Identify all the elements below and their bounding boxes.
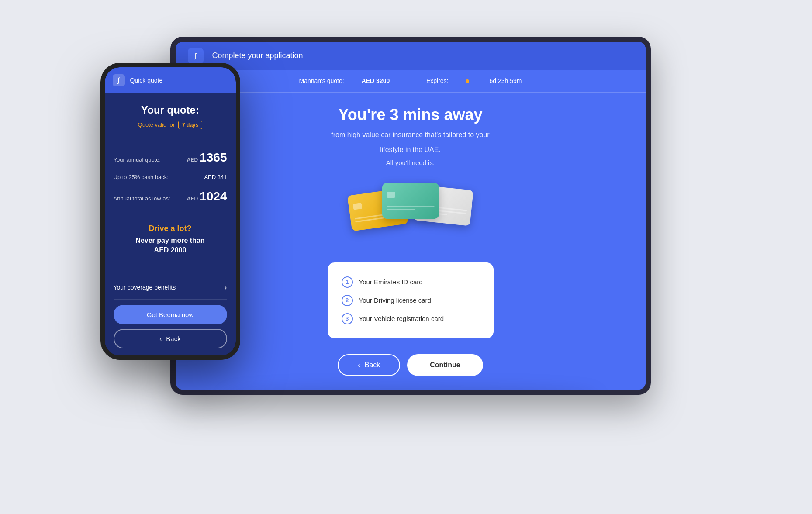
- chevron-right-icon: ›: [225, 283, 227, 292]
- phone-back-button-label: Back: [166, 335, 180, 342]
- tablet-header: ∫ Complete your application: [176, 42, 646, 70]
- coverage-label: Your coverage benefits: [114, 284, 176, 291]
- phone-actions: Get Beema now ‹ Back: [105, 300, 236, 355]
- phone-back-button[interactable]: ‹ Back: [114, 329, 227, 348]
- quote-value: AED 3200: [362, 77, 390, 84]
- req-number-3: 3: [342, 313, 353, 324]
- requirement-item-3: 3 Your Vehicle registration card: [342, 310, 480, 328]
- annual-total-value: AED1024: [187, 190, 227, 204]
- quote-valid-label: Quote valid for: [138, 121, 175, 128]
- phone-screen: ∫ Quick quote Your quote: Quote valid fo…: [105, 67, 236, 355]
- driving-license-card-icon: [382, 183, 439, 219]
- phone-promo: Drive a lot? Never pay more thanAED 2000: [105, 216, 236, 263]
- back-button[interactable]: ‹ Back: [338, 354, 400, 376]
- main-subtext-1: from high value car insurance that's tai…: [331, 129, 489, 141]
- continue-button[interactable]: Continue: [407, 354, 483, 376]
- phone-header-title: Quick quote: [130, 77, 163, 84]
- annual-total-label: Annual total as low as:: [114, 195, 170, 202]
- phone-logo: ∫: [113, 74, 125, 86]
- tablet-action-buttons: ‹ Back Continue: [338, 354, 483, 376]
- logo-icon: ∫: [194, 52, 196, 60]
- requirements-box: 1 Your Emirates ID card 2 Your Driving l…: [328, 262, 494, 338]
- tablet-main-content: You're 3 mins away from high value car i…: [176, 93, 646, 390]
- annual-total-row: Annual total as low as: AED1024: [114, 185, 227, 208]
- tablet-device: ∫ Complete your application Mannan's quo…: [170, 37, 651, 395]
- annual-quote-label: Your annual quote:: [114, 156, 161, 163]
- main-subtext-2: lifestyle in the UAE.: [380, 144, 441, 155]
- scene: ∫ Complete your application Mannan's quo…: [100, 28, 712, 486]
- tablet-screen: ∫ Complete your application Mannan's quo…: [176, 42, 646, 390]
- phone-pricing: Your annual quote: AED1365 Up to 25% cas…: [105, 138, 236, 216]
- cashback-label: Up to 25% cash back:: [114, 174, 169, 180]
- requirement-item-1: 1 Your Emirates ID card: [342, 273, 480, 291]
- expires-value: 6d 23h 59m: [489, 77, 522, 84]
- phone-quote-section: Your quote: Quote valid for 7 days: [105, 93, 236, 138]
- requirement-item-2: 2 Your Driving license card: [342, 291, 480, 310]
- expires-label: Expires:: [426, 77, 449, 84]
- quote-valid-row: Quote valid for 7 days: [114, 121, 227, 129]
- phone-header: ∫ Quick quote: [105, 67, 236, 93]
- tablet-header-title: Complete your application: [212, 51, 303, 60]
- phone-logo-icon: ∫: [117, 76, 119, 84]
- annual-quote-value: AED1365: [187, 151, 227, 165]
- subheader-divider: |: [407, 77, 409, 84]
- chevron-left-icon: ‹: [358, 361, 360, 369]
- expires-dot-icon: [466, 77, 472, 84]
- req-number-2: 2: [342, 295, 353, 306]
- cashback-row: Up to 25% cash back: AED 341: [114, 169, 227, 185]
- tablet-subheader: Mannan's quote: AED 3200 | Expires: 6d 2…: [176, 70, 646, 93]
- req-text-3: Your Vehicle registration card: [359, 315, 444, 322]
- quote-label: Mannan's quote:: [299, 77, 344, 84]
- get-beema-button[interactable]: Get Beema now: [114, 305, 227, 324]
- annual-total-prefix: AED: [187, 196, 198, 202]
- phone-chevron-left-icon: ‹: [159, 335, 162, 342]
- req-text-2: Your Driving license card: [359, 297, 431, 304]
- all-you-need-text: All you'll need is:: [386, 159, 435, 166]
- tablet-logo: ∫: [188, 48, 204, 64]
- phone-body: Your quote: Quote valid for 7 days Your …: [105, 93, 236, 355]
- promo-text: Never pay more thanAED 2000: [114, 236, 227, 255]
- req-number-1: 1: [342, 276, 353, 288]
- req-text-1: Your Emirates ID card: [359, 278, 423, 286]
- main-heading: You're 3 mins away: [338, 106, 482, 124]
- phone-quote-title: Your quote:: [114, 104, 227, 116]
- annual-quote-prefix: AED: [187, 157, 198, 163]
- annual-quote-row: Your annual quote: AED1365: [114, 146, 227, 169]
- cashback-value: AED 341: [204, 174, 227, 180]
- cards-illustration: [349, 179, 472, 248]
- coverage-divider-top: [114, 263, 227, 263]
- quote-valid-badge: 7 days: [178, 121, 202, 129]
- continue-button-label: Continue: [430, 361, 460, 369]
- get-beema-button-label: Get Beema now: [147, 311, 194, 318]
- phone-coverage[interactable]: Your coverage benefits ›: [105, 276, 236, 299]
- promo-title: Drive a lot?: [114, 224, 227, 233]
- phone-device: ∫ Quick quote Your quote: Quote valid fo…: [100, 63, 240, 360]
- back-button-label: Back: [365, 361, 380, 369]
